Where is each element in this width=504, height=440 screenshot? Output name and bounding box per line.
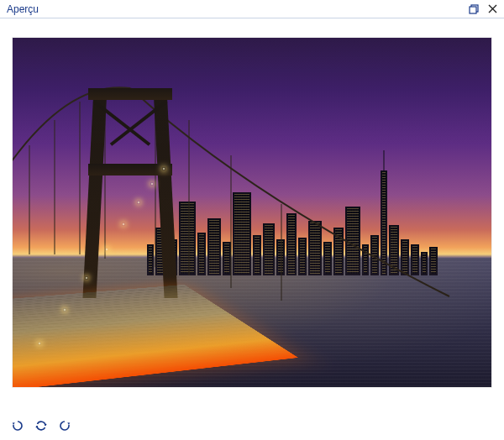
preview-panel: Aperçu: [0, 0, 504, 440]
footer-toolbar: [0, 411, 504, 440]
rotate-cw-icon: [58, 419, 71, 432]
panel-title: Aperçu: [7, 3, 39, 15]
bridge-lamps: [29, 118, 281, 354]
refresh-button[interactable]: [34, 418, 49, 433]
titlebar-controls: [467, 3, 499, 16]
rotate-ccw-button[interactable]: [10, 418, 25, 433]
preview-area: [0, 18, 504, 411]
restore-icon: [469, 4, 479, 14]
restore-button[interactable]: [467, 3, 480, 16]
rotate-ccw-icon: [11, 419, 24, 432]
svg-rect-1: [470, 7, 476, 13]
close-button[interactable]: [486, 3, 499, 16]
close-icon: [488, 4, 497, 13]
image-preview: [12, 37, 492, 388]
city-skyline-image: [13, 38, 491, 387]
rotate-cw-button[interactable]: [57, 418, 72, 433]
titlebar: Aperçu: [0, 0, 504, 18]
refresh-icon: [34, 419, 48, 432]
